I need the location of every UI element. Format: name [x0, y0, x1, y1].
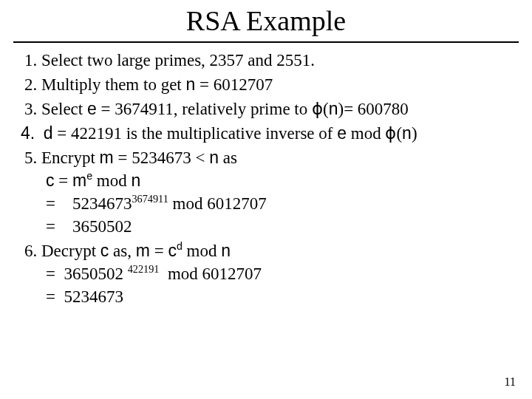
slide: RSA Example Select two large primes, 235… — [0, 0, 532, 399]
step-5-var-m: m — [100, 148, 114, 167]
step-6-exp-d: d — [177, 241, 183, 253]
page-number: 11 — [505, 375, 516, 389]
step-6-text-a: Decrypt — [41, 242, 100, 260]
step-2-var-n: n — [186, 75, 196, 94]
step-5-var-m2: m — [72, 171, 86, 190]
step-6-text-b: as, — [109, 242, 135, 260]
horizontal-rule — [13, 41, 519, 43]
step-6-var-n: n — [221, 241, 231, 260]
step-3-text-a: Select — [41, 100, 87, 118]
step-5-eq-substituted: = 52346733674911 mod 6012707 — [46, 192, 511, 215]
step-5-var-n2: n — [131, 171, 140, 190]
step-6-eq-substituted: = 3650502 422191 mod 6012707 — [46, 262, 511, 285]
step-4-text-c: ) — [412, 124, 417, 143]
step-6-var-m: m — [136, 241, 150, 260]
step-2: Multiply them to get n = 6012707 — [41, 73, 511, 96]
step-4-var-d: d — [44, 123, 53, 143]
step-6-line1-a: = 3650502 — [46, 265, 128, 283]
step-2-text-b: = 6012707 — [195, 75, 273, 94]
step-5-eq: = — [55, 171, 72, 190]
step-3-var-e: e — [87, 99, 97, 118]
step-5-mod: mod — [92, 171, 131, 190]
step-5: Encrypt m = 5234673 < n as c = me mod n … — [41, 146, 511, 238]
step-4-text-a: = 422191 is the multiplicative inverse o… — [52, 124, 337, 143]
step-5-text-c: as — [219, 149, 237, 167]
step-5-line2-mod: mod 6012707 — [168, 194, 267, 213]
step-5-line2-base: = 5234673 — [46, 194, 132, 213]
steps-list: Select two large primes, 2357 and 2551. … — [21, 49, 511, 309]
step-5-exp-e: e — [86, 171, 92, 183]
step-5-eq-result: = 3650502 — [46, 215, 511, 238]
step-4-var-e: e — [337, 123, 347, 143]
step-5-line2-exp: 3674911 — [132, 194, 168, 205]
step-3: Select e = 3674911, relatively prime to … — [41, 98, 511, 120]
step-1-text: Select two large primes, 2357 and 2551. — [41, 51, 315, 69]
step-4-number: 4. — [21, 123, 35, 143]
step-6-line1-b: mod 6012707 — [159, 265, 262, 283]
step-3-text-c: )= 600780 — [338, 100, 408, 118]
step-3-text-b: = 3674911, relatively prime to ϕ( — [97, 100, 329, 118]
slide-title: RSA Example — [0, 0, 532, 38]
step-6-var-c2: c — [168, 241, 177, 260]
step-5-text-a: Encrypt — [41, 149, 100, 167]
step-3-var-n: n — [329, 99, 338, 118]
step-4-text-b: mod ϕ( — [347, 124, 402, 143]
step-4-var-n: n — [402, 123, 412, 143]
step-5-var-c: c — [46, 171, 55, 190]
step-2-text-a: Multiply them to get — [41, 75, 186, 94]
step-6-eq-result: = 5234673 — [46, 285, 511, 308]
step-6: Decrypt c as, m = cd mod n = 3650502 422… — [41, 239, 511, 308]
step-6-line1-exp: 422191 — [128, 264, 160, 276]
step-5-var-n: n — [209, 148, 219, 167]
step-5-eq-definition: c = me mod n — [46, 169, 511, 192]
step-6-text-c: = — [150, 242, 168, 260]
step-6-text-d: mod — [183, 242, 221, 260]
step-6-var-c: c — [100, 241, 109, 260]
step-4: 4. d = 422191 is the multiplicative inve… — [21, 122, 511, 145]
step-1: Select two large primes, 2357 and 2551. — [41, 49, 511, 72]
step-5-text-b: = 5234673 < — [114, 149, 209, 167]
